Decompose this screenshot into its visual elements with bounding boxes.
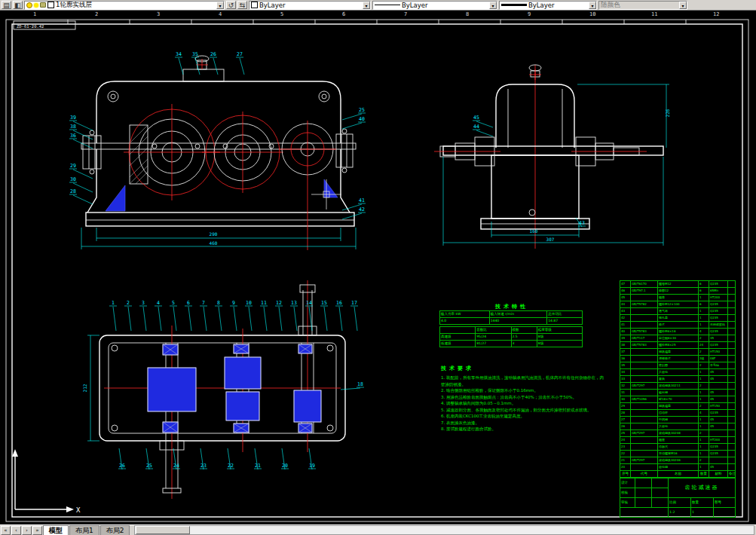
layer-manager-icon[interactable]: ▤ [2, 1, 11, 9]
tab-model[interactable]: 模型 [43, 525, 69, 535]
note-item: 3. 用涂色法检验齿面接触斑点：沿齿高不小于40%；沿齿长不小于50%。 [441, 394, 605, 401]
balloon-9: 9 [232, 300, 235, 306]
technical-characteristics: 技术特性 输入功率 kW输入转速 r/min总传动比4.0144014.87 齿… [439, 303, 584, 347]
linetype-sample-icon [375, 5, 400, 5]
notes-list: 1. 装配前，所有零件用煤油清洗，滚动轴承用汽油清洗，机体内不许有任何杂物存在，… [441, 374, 605, 433]
balloon-7: 7 [202, 300, 205, 306]
bom-row: 45箱盖1HT200 [620, 295, 736, 301]
balloon-45: 45 [473, 115, 479, 121]
note-item: 8. 按试验规程进行跑合试验。 [441, 426, 605, 433]
tech-cell: 齿数比 [476, 327, 511, 334]
bom-row: 35密封圈2羊毛毡 [620, 362, 736, 369]
tech-cell: 8级 [537, 341, 582, 347]
code-label: 图号 [714, 498, 736, 508]
lineweight-dropdown[interactable]: ByLayer ▾ [499, 1, 597, 10]
balloon-29: 29 [70, 163, 76, 169]
first-tab-button[interactable]: « [1, 526, 11, 535]
tech-cell: 4.0 [440, 318, 490, 325]
chevron-down-icon[interactable]: ▾ [216, 2, 224, 9]
bom-row: 36调整垫片2组08F [620, 356, 736, 362]
balloon-11: 11 [261, 300, 267, 306]
layer-lock-icon [40, 2, 46, 8]
layer-color-swatch [47, 2, 54, 8]
balloon-40: 40 [359, 116, 365, 122]
balloon-42: 42 [359, 206, 365, 212]
approve-label: 审核 [620, 498, 635, 508]
balloon-12: 12 [276, 300, 282, 306]
bom-row: 20齿轮轴145 [620, 464, 736, 471]
tech-cell: 2.5 [511, 334, 537, 341]
balloon-39: 39 [70, 115, 76, 121]
bom-row: 38GB/T5783螺栓M8×2524Q235 [620, 342, 736, 349]
cad-application: ▤ ◧ 1轮廓实线层 ▾ ↺ ⇆ ByLayer ▾ ByLayer ▾ ByL… [0, 0, 756, 535]
bom-row: 25GB/T297滚动轴承302082 [620, 430, 736, 437]
balloon-13: 13 [291, 300, 297, 306]
chevron-down-icon[interactable]: ▾ [363, 2, 370, 9]
layer-thaw-icon [34, 3, 38, 8]
balloon-28: 28 [70, 188, 76, 194]
bom-row: 26大齿轮145 [620, 423, 736, 430]
last-tab-button[interactable]: » [32, 526, 42, 535]
title-block: 设计 齿轮减速器 校核 审核 比例 数量 图号 1:2 1 [620, 478, 736, 518]
svg-text:290: 290 [210, 231, 218, 237]
note-item: 6. 机座内装CKC100工业齿轮油至规定高度。 [441, 413, 605, 420]
note-item: 7. 表面涂灰色油漆。 [441, 420, 605, 426]
current-color-name: ByLayer [259, 2, 361, 9]
check-label: 校核 [620, 488, 635, 498]
svg-text:226: 226 [665, 109, 670, 117]
horizontal-scrollbar[interactable] [134, 525, 754, 535]
parts-list-table: 47GB/T6170螺母M126Q23546GB/T97.1垫圈12665Mn4… [620, 280, 736, 478]
bom-row: 24箱座1HT200 [620, 437, 736, 444]
tab-layout2[interactable]: 布局2 [100, 525, 130, 535]
balloon-43: 43 [579, 220, 585, 226]
tech-cell: 输入功率 kW [440, 311, 490, 318]
previous-tab-button[interactable]: ‹ [11, 526, 21, 535]
tab-layout1[interactable]: 布局1 [69, 525, 99, 535]
code-value [714, 508, 736, 518]
notes-title: 技术要求 [441, 365, 605, 372]
chevron-down-icon[interactable]: ▾ [489, 2, 497, 9]
bom-row: 44GB/T5782螺栓M12×1006Q235 [620, 301, 736, 308]
balloon-38: 38 [70, 124, 76, 130]
tech-cell: 精度等级 [537, 327, 582, 334]
bom-row: 21GB/T297滚动轴承302062 [620, 457, 736, 464]
svg-text:212: 212 [82, 384, 87, 392]
balloon-3: 3 [142, 300, 145, 306]
layer-previous-icon[interactable]: ↺ [226, 1, 236, 9]
tech-cell: 8级 [537, 334, 582, 341]
svg-text:460: 460 [210, 240, 218, 246]
balloon-34: 34 [176, 51, 182, 57]
tech-cell: 95/24 [476, 334, 511, 341]
current-layer-name: 1轮廓实线层 [56, 1, 215, 10]
scrollbar-thumb[interactable] [136, 526, 190, 534]
balloon-35: 35 [192, 51, 198, 57]
layer-states-icon[interactable]: ⇆ [237, 1, 247, 9]
make-object-layer-current-icon[interactable]: ◧ [13, 1, 23, 9]
current-lineweight-name: ByLayer [528, 2, 587, 9]
object-properties-toolbar: ▤ ◧ 1轮廓实线层 ▾ ↺ ⇆ ByLayer ▾ ByLayer ▾ ByL… [0, 0, 756, 11]
bom-row: 41垫片1石棉橡胶纸 [620, 322, 736, 329]
chevron-down-icon[interactable]: ▾ [589, 2, 596, 9]
balloon-15: 15 [321, 300, 327, 306]
tech-cell: 模数 [511, 327, 537, 334]
balloon-26: 26 [119, 463, 125, 469]
color-dropdown[interactable]: ByLayer ▾ [249, 1, 371, 10]
balloon-41: 41 [359, 197, 365, 203]
layer-dropdown[interactable]: 1轮廓实线层 ▾ [24, 1, 225, 10]
balloon-18: 18 [357, 381, 363, 387]
layer-on-icon [26, 2, 32, 8]
drawing-canvas[interactable]: 123456789101112 ZD-61-20.42 [0, 11, 756, 524]
tech-cell: 81/27 [476, 341, 511, 347]
sheet-corner-label: ZD-61-20.42 [17, 24, 44, 29]
balloon-10: 10 [246, 300, 252, 306]
balloon-23: 23 [200, 463, 207, 469]
svg-text:160: 160 [530, 228, 538, 234]
next-tab-button[interactable]: › [22, 526, 32, 535]
note-item: 2. 啮合侧隙用铅丝检验，保证侧隙不小于0.16mm。 [441, 387, 605, 394]
bom-row: 43通气器1Q235 [620, 308, 736, 315]
tech-cell: 低速级 [440, 341, 476, 347]
balloon-24: 24 [173, 463, 179, 469]
note-item: 5. 减速器剖分面、各接触面及密封处均不许漏油，剖分面允许涂密封胶或水玻璃。 [441, 407, 605, 414]
linetype-dropdown[interactable]: ByLayer ▾ [372, 1, 497, 10]
bom-row: 34大齿轮145 [620, 369, 736, 376]
